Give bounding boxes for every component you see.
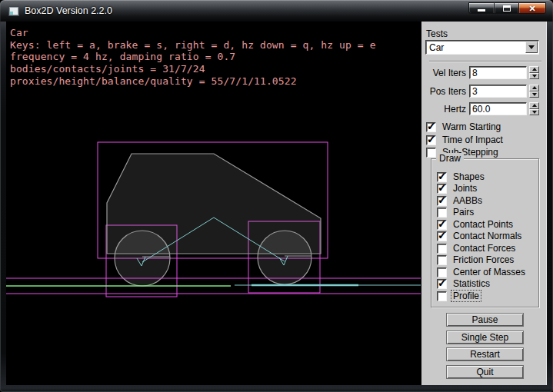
vel-iters-input[interactable]: [469, 66, 527, 79]
close-button[interactable]: ✕: [518, 2, 546, 14]
pos-iters-input[interactable]: [469, 85, 527, 98]
hertz-label: Hertz: [421, 104, 466, 115]
checkbox-box: [437, 291, 447, 301]
single-step-button[interactable]: Single Step: [446, 331, 524, 344]
checkbox-label: Pairs: [451, 207, 475, 218]
checkbox-label: Center of Masses: [451, 267, 527, 277]
check-icon: [438, 229, 447, 241]
spinner-up-button[interactable]: [529, 85, 539, 91]
hertz-input[interactable]: [469, 102, 527, 115]
close-icon: ✕: [519, 4, 545, 14]
test-title: Car: [10, 27, 376, 39]
checkbox-contact-points[interactable]: Contact Points: [437, 219, 515, 230]
spinner-up-icon: [532, 104, 537, 107]
checkbox-warm-starting[interactable]: Warm Starting: [426, 121, 502, 132]
client-area: Car Keys: left = a, brake = s, right = d…: [6, 22, 547, 385]
spinner-down-icon: [532, 75, 537, 78]
spinner-down-icon: [532, 93, 537, 96]
stats-line-frequency: frequency = 4 hz, damping ratio = 0.7: [10, 51, 376, 63]
checkbox-contact-normals[interactable]: Contact Normals: [437, 231, 523, 241]
checkbox-friction-forces[interactable]: Friction Forces: [437, 254, 515, 265]
maximize-button[interactable]: [495, 2, 518, 14]
spinner-down-button[interactable]: [529, 109, 539, 116]
checkbox-label: AABBs: [451, 195, 484, 206]
tests-dropdown[interactable]: Car: [425, 40, 539, 55]
vel-iters-spinner: [529, 66, 539, 79]
spinner-down-button[interactable]: [529, 73, 539, 80]
spinner-down-button[interactable]: [529, 91, 539, 98]
titlebar[interactable]: Box2D Version 2.2.0 ✕: [0, 0, 553, 22]
checkbox-center-of-masses[interactable]: Center of Masses: [437, 267, 527, 277]
checkbox-statistics[interactable]: Statistics: [437, 278, 491, 289]
checkbox-box: [437, 244, 447, 254]
separator: [429, 61, 541, 62]
spinner-down-icon: [532, 111, 537, 114]
checkbox-aabbs[interactable]: AABBs: [437, 195, 484, 206]
hertz-spinner: [529, 102, 539, 115]
spinner-up-button[interactable]: [529, 102, 539, 109]
tests-dropdown-button[interactable]: [525, 42, 538, 53]
checkbox-box: [426, 148, 436, 158]
vel-iters-label: Vel Iters: [421, 68, 466, 78]
app-window: Box2D Version 2.2.0 ✕: [0, 0, 553, 392]
rear-wheel-shape: [115, 231, 170, 286]
checkbox-box: [426, 135, 436, 145]
checkbox-label: Statistics: [451, 278, 491, 289]
spinner-up-button[interactable]: [529, 66, 539, 73]
stats-overlay: Car Keys: left = a, brake = s, right = d…: [10, 27, 376, 88]
checkbox-profile[interactable]: Profile: [437, 291, 481, 301]
check-icon: [438, 277, 447, 289]
tests-label: Tests: [426, 28, 448, 39]
pause-button[interactable]: Pause: [446, 313, 524, 327]
pos-iters-spinner: [529, 85, 539, 98]
check-icon: [438, 170, 447, 182]
checkbox-label: Contact Forces: [451, 243, 517, 254]
spinner-up-icon: [532, 86, 537, 89]
simulation-canvas[interactable]: Car Keys: left = a, brake = s, right = d…: [6, 22, 421, 385]
stats-line-keys: Keys: left = a, brake = s, right = d, hz…: [10, 39, 376, 51]
control-panel: Tests Car Vel Iters Pos Iters: [421, 22, 547, 385]
checkbox-box: [437, 208, 447, 218]
checkbox-label: Warm Starting: [441, 121, 502, 132]
window-title: Box2D Version 2.2.0: [25, 5, 112, 16]
check-icon: [427, 133, 436, 145]
minimize-icon: [478, 9, 485, 12]
pos-iters-label: Pos Iters: [421, 86, 466, 97]
quit-button[interactable]: Quit: [446, 365, 524, 379]
checkbox-box: [437, 255, 447, 265]
checkbox-box: [437, 231, 447, 241]
checkbox-label: Friction Forces: [451, 254, 515, 265]
checkbox-label: Shapes: [451, 171, 486, 182]
front-wheel-shape: [258, 231, 311, 284]
checkbox-pairs[interactable]: Pairs: [437, 207, 475, 218]
restart-button[interactable]: Restart: [446, 347, 524, 361]
checkbox-label: Contact Normals: [451, 231, 523, 241]
checkbox-box: [437, 279, 447, 289]
check-icon: [438, 194, 447, 206]
minimize-button[interactable]: [468, 2, 495, 14]
check-icon: [438, 218, 447, 230]
tests-dropdown-value: Car: [426, 42, 525, 53]
checkbox-contact-forces[interactable]: Contact Forces: [437, 243, 517, 254]
draw-group-label: Draw: [436, 153, 464, 164]
checkbox-label: Contact Points: [451, 219, 515, 230]
checkbox-joints[interactable]: Joints: [437, 183, 478, 194]
check-icon: [427, 120, 436, 132]
spinner-up-icon: [532, 68, 537, 71]
checkbox-label: Profile: [451, 291, 481, 301]
checkbox-label: Joints: [451, 183, 478, 194]
stats-line-bodies: bodies/contacts/joints = 31/7/24: [10, 63, 376, 75]
checkbox-box: [426, 122, 436, 132]
stats-line-proxies: proxies/height/balance/quality = 55/7/1/…: [10, 75, 376, 88]
checkbox-label: Time of Impact: [441, 135, 505, 145]
chevron-down-icon: [528, 45, 535, 49]
caption-buttons: ✕: [468, 2, 546, 14]
checkbox-box: [437, 196, 447, 206]
app-icon: [8, 6, 19, 16]
checkbox-box: [437, 184, 447, 194]
checkbox-time-of-impact[interactable]: Time of Impact: [426, 135, 505, 145]
check-icon: [438, 181, 447, 194]
maximize-icon: [503, 5, 511, 12]
